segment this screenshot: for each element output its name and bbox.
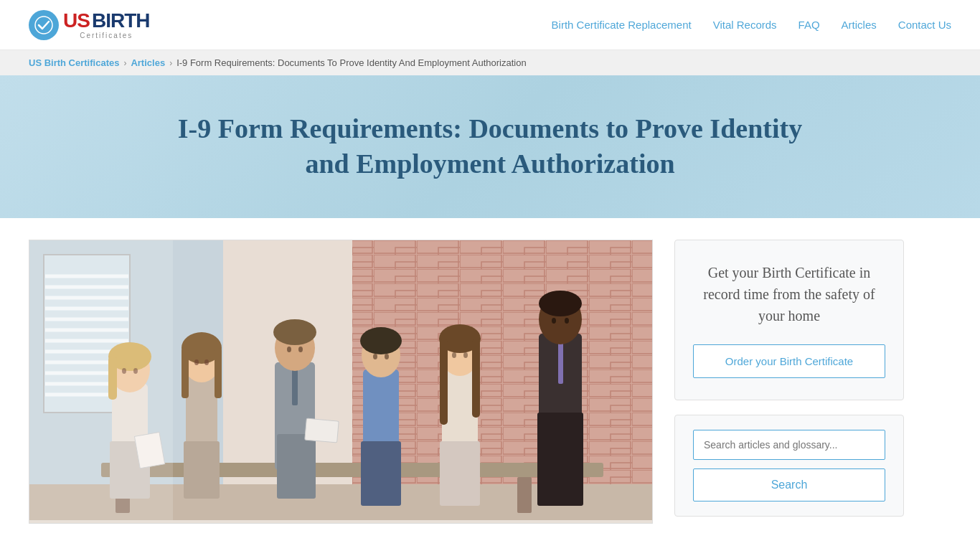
site-header: US BIRTH Certificates Birth Certificate …: [0, 0, 980, 50]
sidebar: Get your Birth Certificate in record tim…: [674, 240, 904, 517]
svg-point-44: [273, 319, 316, 345]
breadcrumb-current: I-9 Form Requirements: Documents To Prov…: [176, 57, 527, 68]
svg-point-66: [539, 291, 582, 316]
svg-point-52: [373, 354, 377, 359]
svg-rect-58: [440, 339, 448, 425]
svg-rect-42: [277, 434, 316, 499]
svg-point-60: [452, 352, 456, 358]
svg-rect-21: [101, 463, 603, 477]
svg-rect-23: [517, 477, 532, 513]
logo-certificates-label: Certificates: [63, 32, 149, 39]
breadcrumb: US Birth Certificates › Articles › I-9 F…: [0, 50, 980, 75]
svg-rect-36: [182, 348, 189, 398]
logo-text: US BIRTH Certificates: [63, 10, 149, 40]
svg-point-46: [298, 347, 303, 352]
article-illustration: [29, 240, 653, 520]
article-image: [29, 240, 653, 524]
svg-point-53: [385, 354, 389, 359]
main-nav: Birth Certificate Replacement Vital Reco…: [552, 19, 951, 31]
promo-card: Get your Birth Certificate in record tim…: [674, 240, 904, 400]
logo-birth-part: BIRTH: [92, 10, 150, 32]
nav-birth-certificate-replacement[interactable]: Birth Certificate Replacement: [552, 19, 692, 31]
svg-rect-64: [537, 413, 583, 506]
breadcrumb-chevron-2: ›: [169, 58, 172, 68]
svg-point-68: [565, 318, 569, 324]
nav-vital-records[interactable]: Vital Records: [713, 19, 777, 31]
svg-rect-69: [29, 240, 173, 520]
svg-rect-49: [361, 441, 401, 506]
page-title: I-9 Form Requirements: Documents to Prov…: [167, 111, 813, 182]
main-content: Get your Birth Certificate in record tim…: [0, 218, 980, 545]
svg-point-61: [463, 352, 468, 358]
svg-point-67: [552, 318, 556, 324]
svg-point-45: [287, 347, 291, 352]
breadcrumb-chevron-1: ›: [123, 58, 126, 68]
nav-faq[interactable]: FAQ: [798, 19, 820, 31]
svg-point-51: [360, 327, 402, 354]
svg-rect-59: [472, 339, 480, 418]
svg-rect-47: [305, 418, 339, 443]
svg-rect-33: [184, 441, 220, 499]
svg-rect-37: [215, 348, 222, 398]
svg-point-39: [204, 359, 209, 365]
svg-rect-55: [440, 441, 480, 506]
svg-point-38: [194, 359, 199, 365]
logo-icon: [29, 10, 59, 40]
breadcrumb-home[interactable]: US Birth Certificates: [29, 57, 119, 68]
search-card: Search: [674, 415, 904, 517]
logo-us-part: US: [63, 10, 90, 32]
nav-contact-us[interactable]: Contact Us: [898, 19, 951, 31]
logo[interactable]: US BIRTH Certificates: [29, 10, 149, 40]
hero-section: I-9 Form Requirements: Documents to Prov…: [0, 75, 980, 218]
search-input[interactable]: [693, 430, 885, 460]
order-birth-certificate-button[interactable]: Order your Birth Certificate: [693, 344, 885, 378]
breadcrumb-section[interactable]: Articles: [131, 57, 165, 68]
svg-point-0: [35, 17, 52, 34]
promo-text: Get your Birth Certificate in record tim…: [693, 262, 885, 326]
nav-articles[interactable]: Articles: [842, 19, 877, 31]
search-button[interactable]: Search: [693, 468, 885, 501]
